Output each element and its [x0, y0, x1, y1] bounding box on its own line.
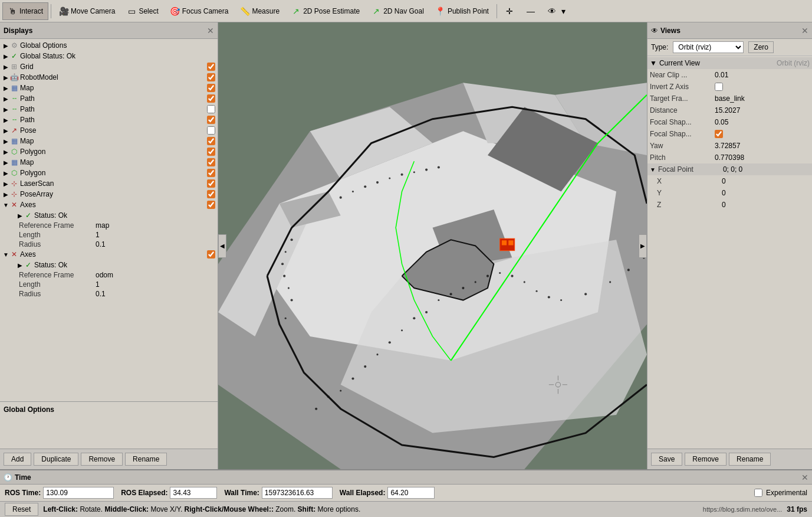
tool-move-camera[interactable]: 🎥 Move Camera [54, 2, 120, 20]
views-save-button[interactable]: Save [651, 453, 682, 466]
ros-time-input[interactable]: 130.09 [43, 487, 114, 499]
tool-interact[interactable]: 🖱 Interact [2, 2, 48, 20]
duplicate-button[interactable]: Duplicate [34, 453, 78, 466]
expand-icon13[interactable]: ▶ [2, 170, 9, 176]
invert-z-checkbox[interactable] [715, 83, 723, 91]
remove-button[interactable]: Remove [81, 453, 123, 466]
views-rename-button[interactable]: Rename [729, 453, 771, 466]
tree-item-pose[interactable]: ▶ ↗ Pose [0, 125, 218, 136]
add-button[interactable]: Add [4, 453, 31, 466]
global-options-title: Global Options [4, 405, 214, 414]
tree-item-posearray[interactable]: ▶ ⊹ PoseArray [0, 189, 218, 199]
tree-item-global-options[interactable]: ▶ ⚙ Global Options [0, 40, 218, 51]
tree-item-path1[interactable]: ▶ ╌ Path [0, 93, 218, 104]
expand-icon[interactable]: ▶ [2, 42, 9, 49]
experimental-checkbox[interactable] [754, 489, 762, 497]
focal-point-row[interactable]: ▼ Focal Point 0; 0; 0 [647, 163, 812, 175]
views-remove-button[interactable]: Remove [685, 453, 726, 466]
grid-checkbox[interactable] [207, 63, 215, 71]
focal-shape2-checkbox[interactable] [715, 130, 723, 138]
ros-elapsed-input[interactable]: 34.43 [170, 487, 217, 499]
wall-elapsed-input[interactable]: 64.20 [387, 487, 435, 499]
tree-item-axes2[interactable]: ▼ ✕ Axes [0, 249, 218, 260]
tool-measure[interactable]: 📏 Measure [235, 2, 285, 20]
tree-item-laserscan[interactable]: ▶ ⊹ LaserScan [0, 178, 218, 189]
tool-2d-nav[interactable]: ↗ 2D Nav Goal [366, 2, 429, 20]
tree-item-robotmodel[interactable]: ▶ 🤖 RobotModel [0, 72, 218, 83]
expand-icon9[interactable]: ▶ [2, 127, 9, 134]
nav-goal-icon: ↗ [372, 6, 381, 16]
tool-eye[interactable]: 👁 ▾ [542, 2, 574, 20]
type-select[interactable]: Orbit (rviz) [673, 41, 744, 53]
left-collapse-arrow[interactable]: ◀ [218, 234, 226, 258]
rename-button[interactable]: Rename [125, 453, 167, 466]
status-bar: Reset Left-Click: Rotate. Middle-Click: … [0, 501, 812, 517]
tree-item-polygon2[interactable]: ▶ ⬡ Polygon [0, 168, 218, 178]
displays-panel-close[interactable]: ✕ [207, 26, 214, 35]
svg-point-52 [288, 287, 290, 289]
tree-item-map1[interactable]: ▶ ▦ Map [0, 83, 218, 93]
path3-checkbox[interactable] [207, 116, 215, 124]
zero-button[interactable]: Zero [748, 41, 774, 53]
expand-icon12[interactable]: ▶ [2, 159, 9, 166]
right-collapse-arrow[interactable]: ▶ [639, 234, 647, 258]
svg-point-22 [425, 311, 428, 313]
expand-icon3[interactable]: ▶ [2, 64, 9, 70]
polygon1-checkbox[interactable] [207, 148, 215, 156]
tree-item-path3[interactable]: ▶ ╌ Path [0, 114, 218, 125]
tool-2d-pose[interactable]: ↗ 2D Pose Estimate [286, 2, 365, 20]
wall-time-input[interactable]: 1597323616.63 [262, 487, 333, 499]
map2-checkbox[interactable] [207, 137, 215, 145]
reset-row: Reset Left-Click: Rotate. Middle-Click: … [5, 503, 360, 516]
tree-item-polygon1[interactable]: ▶ ⬡ Polygon [0, 146, 218, 157]
expand-icon10[interactable]: ▶ [2, 138, 9, 145]
expand-axes2-status[interactable]: ▶ [17, 262, 24, 269]
path1-checkbox[interactable] [207, 94, 215, 103]
path1-label: Path [20, 94, 207, 103]
expand-icon8[interactable]: ▶ [2, 117, 9, 123]
path2-checkbox[interactable] [207, 105, 215, 113]
expand-icon4[interactable]: ▶ [2, 74, 9, 81]
tree-item-axes1[interactable]: ▼ ✕ Axes [0, 199, 218, 210]
tree-item-global-status[interactable]: ▶ ✓ Global Status: Ok [0, 51, 218, 61]
tool-crosshair[interactable]: ✛ [499, 2, 520, 20]
pose-checkbox[interactable] [207, 126, 215, 135]
axes2-checkbox[interactable] [207, 250, 215, 258]
tool-select[interactable]: ▭ Select [121, 2, 163, 20]
svg-point-43 [389, 177, 390, 179]
expand-axes2-icon[interactable]: ▼ [2, 251, 9, 258]
polygon2-checkbox[interactable] [207, 169, 215, 177]
invert-z-row: Invert Z Axis [647, 81, 812, 93]
tool-publish-point[interactable]: 📍 Publish Point [430, 2, 494, 20]
tree-item-path2[interactable]: ▶ ╌ Path [0, 104, 218, 114]
views-panel-close[interactable]: ✕ [801, 26, 808, 35]
3d-view[interactable]: ◀ [218, 22, 647, 469]
tool-focus-camera[interactable]: 🎯 Focus Camera [165, 2, 234, 20]
current-view-section[interactable]: ▼ Current View Orbit (rviz) [647, 57, 812, 69]
tree-item-map3[interactable]: ▶ ▦ Map [0, 157, 218, 168]
time-panel-close[interactable]: ✕ [801, 473, 808, 482]
expand-icon7[interactable]: ▶ [2, 106, 9, 113]
expand-axes1-status[interactable]: ▶ [17, 212, 24, 219]
tree-item-map2[interactable]: ▶ ▦ Map [0, 136, 218, 146]
robot-model-checkbox[interactable] [207, 73, 215, 81]
map1-label: Map [20, 84, 207, 92]
tool-minus[interactable]: — [521, 2, 541, 20]
axes1-checkbox[interactable] [207, 201, 215, 209]
grid-icon: ⊞ [9, 62, 19, 71]
expand-icon5[interactable]: ▶ [2, 85, 9, 91]
expand-icon11[interactable]: ▶ [2, 149, 9, 155]
reset-button[interactable]: Reset [5, 503, 38, 516]
laserscan-checkbox[interactable] [207, 179, 215, 188]
map3-checkbox[interactable] [207, 158, 215, 166]
expand-icon2[interactable]: ▶ [2, 53, 9, 60]
expand-icon15[interactable]: ▶ [2, 191, 9, 198]
expand-icon6[interactable]: ▶ [2, 96, 9, 102]
map1-checkbox[interactable] [207, 84, 215, 92]
tree-item-grid[interactable]: ▶ ⊞ Grid [0, 61, 218, 72]
posearray-checkbox[interactable] [207, 190, 215, 198]
expand-axes1-icon[interactable]: ▼ [2, 202, 9, 208]
axes1-length-value: 1 [96, 231, 100, 239]
invert-z-label: Invert Z Axis [650, 83, 715, 91]
expand-icon14[interactable]: ▶ [2, 181, 9, 187]
